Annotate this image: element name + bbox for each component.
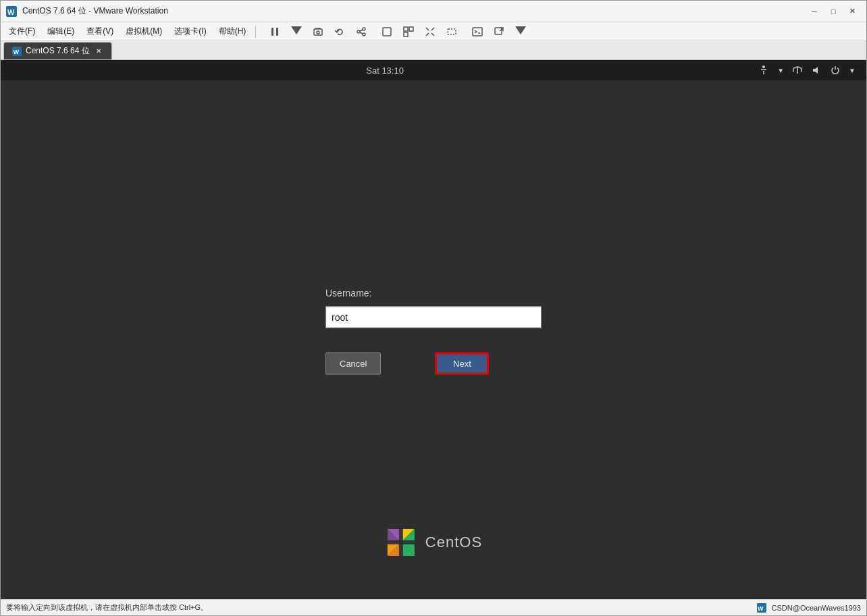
svg-rect-3: [276, 28, 278, 36]
menu-separator: [255, 26, 256, 38]
menu-tabs[interactable]: 选项卡(I): [169, 24, 211, 38]
power-icon[interactable]: [830, 65, 841, 76]
status-user-text: CSDN@OceanWaves1993: [772, 604, 861, 612]
power-dropdown[interactable]: ▼: [849, 67, 856, 74]
title-bar-controls: ─ □ ✕: [806, 5, 861, 18]
terminal-button[interactable]: [468, 24, 487, 40]
vm-topbar-dropdown[interactable]: ▼: [777, 67, 784, 74]
menu-bar: 文件(F) 编辑(E) 查看(V) 虚拟机(M) 选项卡(I) 帮助(H): [1, 22, 866, 41]
external-button[interactable]: [490, 24, 508, 40]
button-row: Cancel Next: [325, 353, 542, 375]
fit-button[interactable]: [442, 24, 461, 40]
tab-close-button[interactable]: ✕: [94, 47, 103, 56]
login-form: Username: Cancel Next: [325, 288, 542, 375]
vm-screen[interactable]: Sat 13:10 ▼ ▼ U: [1, 60, 866, 599]
svg-rect-2: [271, 28, 273, 36]
vm-topbar-right: ▼ ▼: [758, 65, 856, 76]
unity-button[interactable]: [399, 24, 418, 40]
svg-rect-13: [404, 27, 408, 31]
svg-text:W: W: [14, 49, 20, 55]
network-icon: [792, 65, 803, 76]
svg-marker-21: [515, 26, 526, 34]
vm-content: Username: Cancel Next: [1, 80, 866, 599]
vm-topbar: Sat 13:10 ▼ ▼: [1, 60, 866, 80]
username-label: Username:: [325, 288, 371, 299]
external-dropdown-button[interactable]: [511, 24, 530, 40]
toolbar: [265, 24, 371, 40]
svg-line-11: [360, 30, 363, 31]
vmware-logo-icon: W: [6, 6, 17, 17]
window-title: CentOS 7.6 64 位 - VMware Workstation: [22, 5, 168, 17]
svg-point-7: [363, 28, 365, 30]
next-button[interactable]: Next: [435, 353, 489, 375]
status-text: 要将输入定向到该虚拟机，请在虚拟机内部单击或按 Ctrl+G。: [6, 602, 208, 613]
svg-rect-15: [404, 32, 408, 36]
vm-tab-icon: W: [12, 47, 22, 56]
svg-rect-16: [448, 29, 456, 34]
centos-pinwheel-icon: [385, 526, 417, 559]
svg-line-10: [360, 32, 363, 34]
snapshot-button[interactable]: [309, 24, 327, 40]
menu-view[interactable]: 查看(V): [81, 24, 119, 38]
share-button[interactable]: [352, 24, 371, 40]
pause-dropdown-button[interactable]: [287, 24, 306, 40]
title-bar-left: W CentOS 7.6 64 位 - VMware Workstation: [6, 5, 168, 17]
toolbar2: [377, 24, 461, 40]
pause-button[interactable]: [265, 24, 284, 40]
menu-vm[interactable]: 虚拟机(M): [120, 24, 167, 38]
svg-point-8: [357, 30, 360, 33]
menu-file[interactable]: 文件(F): [3, 24, 41, 38]
menu-edit[interactable]: 编辑(E): [42, 24, 80, 38]
centos-logo: CentOS: [385, 526, 482, 559]
toolbar3: [468, 24, 530, 40]
tab-label: CentOS 7.6 64 位: [26, 45, 90, 57]
scale-button[interactable]: [421, 24, 440, 40]
revert-button[interactable]: [330, 24, 349, 40]
minimize-button[interactable]: ─: [806, 5, 823, 18]
close-button[interactable]: ✕: [843, 5, 861, 18]
status-icon: W: [757, 603, 766, 613]
svg-rect-14: [409, 27, 413, 31]
maximize-button[interactable]: □: [824, 5, 842, 18]
svg-point-6: [317, 31, 319, 34]
status-bar: 要将输入定向到该虚拟机，请在虚拟机内部单击或按 Ctrl+G。 W CSDN@O…: [1, 599, 866, 615]
vmware-window: W CentOS 7.6 64 位 - VMware Workstation ─…: [0, 0, 867, 616]
svg-marker-4: [291, 26, 302, 34]
svg-rect-12: [383, 28, 391, 36]
svg-text:W: W: [7, 8, 15, 16]
title-bar: W CentOS 7.6 64 位 - VMware Workstation ─…: [1, 1, 866, 22]
svg-point-9: [363, 33, 365, 36]
vm-tab[interactable]: W CentOS 7.6 64 位 ✕: [3, 42, 112, 59]
fullscreen-button[interactable]: [377, 24, 396, 40]
svg-point-24: [762, 66, 765, 68]
volume-icon: [811, 65, 822, 76]
menu-help[interactable]: 帮助(H): [213, 24, 252, 38]
accessibility-icon[interactable]: [758, 65, 769, 76]
vm-time: Sat 13:10: [366, 66, 404, 76]
centos-logo-text: CentOS: [425, 534, 482, 551]
status-right: W CSDN@OceanWaves1993: [757, 603, 861, 613]
cancel-button[interactable]: Cancel: [325, 353, 381, 375]
svg-point-27: [399, 540, 403, 544]
svg-text:W: W: [758, 605, 764, 612]
username-input[interactable]: [325, 307, 542, 328]
svg-rect-19: [495, 28, 502, 34]
tab-bar: W CentOS 7.6 64 位 ✕: [1, 41, 866, 60]
